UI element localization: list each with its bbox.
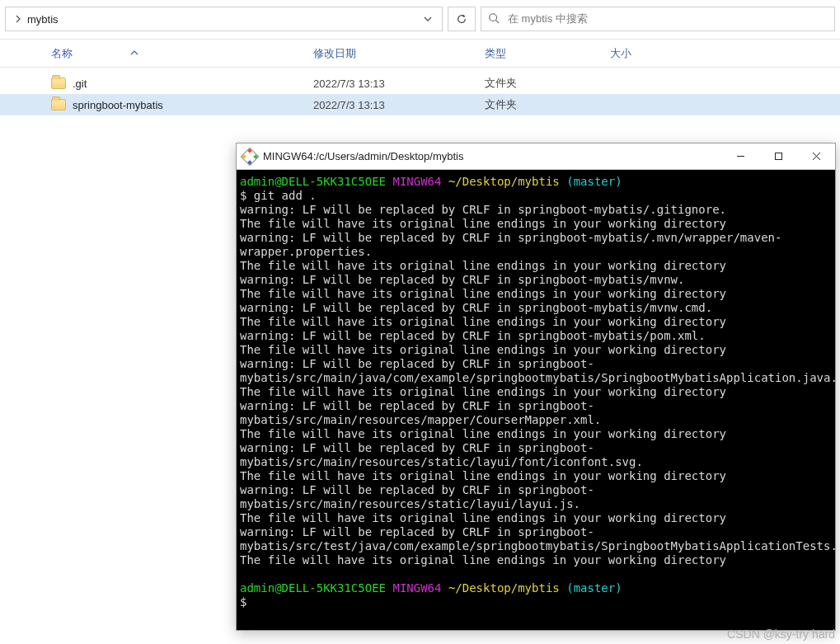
- terminal-window: MINGW64:/c/Users/admin/Desktop/mybtis ad…: [236, 143, 836, 631]
- terminal-prompt: admin@DELL-5KK31C5OEE MINGW64 ~/Desktop/…: [240, 581, 832, 595]
- column-type[interactable]: 类型: [485, 46, 610, 61]
- file-name: .git: [73, 78, 87, 90]
- column-name[interactable]: 名称: [51, 46, 313, 61]
- maximize-button[interactable]: [759, 143, 797, 170]
- terminal-output-line: The file will have its original line end…: [240, 469, 832, 483]
- breadcrumb-box[interactable]: mybtis: [5, 7, 443, 31]
- terminal-output-line: The file will have its original line end…: [240, 511, 832, 525]
- refresh-button[interactable]: [448, 7, 476, 31]
- svg-rect-3: [775, 153, 781, 160]
- prompt-branch: (master): [566, 581, 622, 595]
- terminal-output-line: The file will have its original line end…: [240, 427, 832, 441]
- terminal-output-line: warning: LF will be replaced by CRLF in …: [240, 483, 832, 511]
- folder-icon: [51, 78, 66, 89]
- close-button[interactable]: [797, 143, 835, 170]
- prompt-path: ~/Desktop/mybtis: [448, 175, 560, 188]
- search-icon: [488, 12, 500, 26]
- terminal-output-line: The file will have its original line end…: [240, 217, 832, 231]
- column-headers: 名称 修改日期 类型 大小: [0, 40, 840, 68]
- chevron-right-icon: [12, 13, 24, 25]
- prompt-user: admin@DELL-5KK31C5OEE: [240, 581, 386, 595]
- folder-icon: [51, 99, 66, 110]
- column-modified[interactable]: 修改日期: [313, 46, 485, 61]
- file-type: 文件夹: [485, 76, 610, 91]
- file-row[interactable]: springboot-mybatis2022/7/3 13:13文件夹: [0, 94, 840, 115]
- file-type: 文件夹: [485, 97, 610, 112]
- minimize-button[interactable]: [721, 143, 759, 170]
- terminal-output-line: The file will have its original line end…: [240, 287, 832, 301]
- terminal-cursor-line: $: [240, 595, 832, 609]
- file-list: .git2022/7/3 13:13文件夹springboot-mybatis2…: [0, 68, 840, 115]
- prompt-branch: (master): [566, 175, 622, 188]
- mingw-icon: [241, 147, 260, 166]
- watermark: CSDN @ksy-try hard: [727, 628, 835, 641]
- terminal-output-line: The file will have its original line end…: [240, 553, 832, 567]
- explorer-address-bar: mybtis 在 mybtis 中搜索: [0, 0, 840, 40]
- terminal-output-line: warning: LF will be replaced by CRLF in …: [240, 525, 832, 553]
- terminal-output-line: The file will have its original line end…: [240, 315, 832, 329]
- terminal-output-line: The file will have its original line end…: [240, 343, 832, 357]
- file-name: springboot-mybatis: [73, 99, 163, 111]
- terminal-title-bar[interactable]: MINGW64:/c/Users/admin/Desktop/mybtis: [237, 143, 835, 170]
- file-modified: 2022/7/3 13:13: [313, 78, 485, 90]
- terminal-output-line: warning: LF will be replaced by CRLF in …: [240, 203, 832, 217]
- terminal-output-line: The file will have its original line end…: [240, 385, 832, 399]
- sort-caret-icon: [130, 49, 138, 58]
- prompt-host: MINGW64: [392, 581, 441, 595]
- prompt-host: MINGW64: [392, 175, 441, 188]
- breadcrumb-dropdown-icon[interactable]: [420, 13, 435, 26]
- svg-point-0: [490, 13, 497, 21]
- terminal-output-line: warning: LF will be replaced by CRLF in …: [240, 329, 832, 343]
- terminal-prompt: admin@DELL-5KK31C5OEE MINGW64 ~/Desktop/…: [240, 175, 832, 189]
- terminal-output-line: warning: LF will be replaced by CRLF in …: [240, 399, 832, 427]
- terminal-command: $ git add .: [240, 189, 832, 203]
- prompt-user: admin@DELL-5KK31C5OEE: [240, 175, 386, 188]
- terminal-output-line: warning: LF will be replaced by CRLF in …: [240, 357, 832, 385]
- terminal-output-line: warning: LF will be replaced by CRLF in …: [240, 273, 832, 287]
- terminal-output-line: warning: LF will be replaced by CRLF in …: [240, 231, 832, 259]
- terminal-output-line: The file will have its original line end…: [240, 259, 832, 273]
- prompt-path: ~/Desktop/mybtis: [448, 581, 560, 595]
- terminal-output-line: warning: LF will be replaced by CRLF in …: [240, 441, 832, 469]
- svg-line-1: [496, 20, 500, 23]
- terminal-output-line: warning: LF will be replaced by CRLF in …: [240, 301, 832, 315]
- file-modified: 2022/7/3 13:13: [313, 99, 485, 111]
- terminal-body[interactable]: admin@DELL-5KK31C5OEE MINGW64 ~/Desktop/…: [237, 170, 835, 630]
- column-size[interactable]: 大小: [610, 46, 734, 61]
- terminal-title: MINGW64:/c/Users/admin/Desktop/mybtis: [263, 150, 721, 162]
- search-placeholder: 在 mybtis 中搜索: [508, 12, 588, 26]
- search-input[interactable]: 在 mybtis 中搜索: [481, 7, 835, 31]
- file-row[interactable]: .git2022/7/3 13:13文件夹: [0, 73, 840, 94]
- breadcrumb-text[interactable]: mybtis: [27, 13, 420, 26]
